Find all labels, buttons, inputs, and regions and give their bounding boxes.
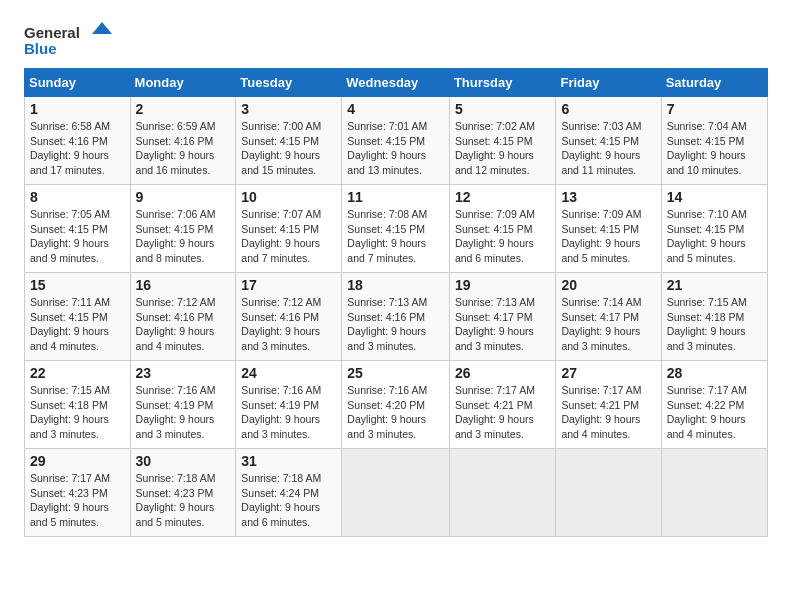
day-number: 5 <box>455 101 551 117</box>
calendar-cell: 20Sunrise: 7:14 AM Sunset: 4:17 PM Dayli… <box>556 273 661 361</box>
calendar-cell: 5Sunrise: 7:02 AM Sunset: 4:15 PM Daylig… <box>449 97 556 185</box>
calendar-cell: 26Sunrise: 7:17 AM Sunset: 4:21 PM Dayli… <box>449 361 556 449</box>
day-number: 19 <box>455 277 551 293</box>
day-number: 22 <box>30 365 125 381</box>
day-number: 13 <box>561 189 655 205</box>
day-number: 7 <box>667 101 762 117</box>
calendar-cell <box>342 449 450 537</box>
calendar-cell: 10Sunrise: 7:07 AM Sunset: 4:15 PM Dayli… <box>236 185 342 273</box>
day-info: Sunrise: 7:09 AM Sunset: 4:15 PM Dayligh… <box>455 207 551 266</box>
day-info: Sunrise: 7:13 AM Sunset: 4:16 PM Dayligh… <box>347 295 444 354</box>
day-info: Sunrise: 7:17 AM Sunset: 4:22 PM Dayligh… <box>667 383 762 442</box>
calendar-cell: 9Sunrise: 7:06 AM Sunset: 4:15 PM Daylig… <box>130 185 236 273</box>
weekday-header-monday: Monday <box>130 69 236 97</box>
day-info: Sunrise: 7:16 AM Sunset: 4:19 PM Dayligh… <box>241 383 336 442</box>
calendar-cell: 22Sunrise: 7:15 AM Sunset: 4:18 PM Dayli… <box>25 361 131 449</box>
day-number: 21 <box>667 277 762 293</box>
day-info: Sunrise: 7:05 AM Sunset: 4:15 PM Dayligh… <box>30 207 125 266</box>
calendar-cell: 6Sunrise: 7:03 AM Sunset: 4:15 PM Daylig… <box>556 97 661 185</box>
calendar-cell: 4Sunrise: 7:01 AM Sunset: 4:15 PM Daylig… <box>342 97 450 185</box>
day-info: Sunrise: 7:13 AM Sunset: 4:17 PM Dayligh… <box>455 295 551 354</box>
day-number: 30 <box>136 453 231 469</box>
day-info: Sunrise: 7:12 AM Sunset: 4:16 PM Dayligh… <box>241 295 336 354</box>
logo: General Blue <box>24 20 114 58</box>
calendar-cell: 29Sunrise: 7:17 AM Sunset: 4:23 PM Dayli… <box>25 449 131 537</box>
calendar-cell: 28Sunrise: 7:17 AM Sunset: 4:22 PM Dayli… <box>661 361 767 449</box>
calendar-cell: 23Sunrise: 7:16 AM Sunset: 4:19 PM Dayli… <box>130 361 236 449</box>
calendar-cell: 21Sunrise: 7:15 AM Sunset: 4:18 PM Dayli… <box>661 273 767 361</box>
day-number: 31 <box>241 453 336 469</box>
day-number: 27 <box>561 365 655 381</box>
day-number: 23 <box>136 365 231 381</box>
day-info: Sunrise: 7:12 AM Sunset: 4:16 PM Dayligh… <box>136 295 231 354</box>
calendar-cell: 7Sunrise: 7:04 AM Sunset: 4:15 PM Daylig… <box>661 97 767 185</box>
day-info: Sunrise: 7:03 AM Sunset: 4:15 PM Dayligh… <box>561 119 655 178</box>
day-number: 3 <box>241 101 336 117</box>
day-number: 18 <box>347 277 444 293</box>
day-number: 24 <box>241 365 336 381</box>
svg-text:General: General <box>24 24 80 41</box>
day-number: 15 <box>30 277 125 293</box>
day-number: 9 <box>136 189 231 205</box>
svg-marker-2 <box>92 22 112 34</box>
day-number: 14 <box>667 189 762 205</box>
weekday-header-saturday: Saturday <box>661 69 767 97</box>
day-info: Sunrise: 7:18 AM Sunset: 4:23 PM Dayligh… <box>136 471 231 530</box>
day-info: Sunrise: 7:15 AM Sunset: 4:18 PM Dayligh… <box>30 383 125 442</box>
day-info: Sunrise: 7:07 AM Sunset: 4:15 PM Dayligh… <box>241 207 336 266</box>
weekday-header-tuesday: Tuesday <box>236 69 342 97</box>
calendar-week-row: 15Sunrise: 7:11 AM Sunset: 4:15 PM Dayli… <box>25 273 768 361</box>
day-info: Sunrise: 7:06 AM Sunset: 4:15 PM Dayligh… <box>136 207 231 266</box>
calendar-cell: 30Sunrise: 7:18 AM Sunset: 4:23 PM Dayli… <box>130 449 236 537</box>
day-info: Sunrise: 7:09 AM Sunset: 4:15 PM Dayligh… <box>561 207 655 266</box>
weekday-header-wednesday: Wednesday <box>342 69 450 97</box>
day-number: 25 <box>347 365 444 381</box>
calendar-week-row: 29Sunrise: 7:17 AM Sunset: 4:23 PM Dayli… <box>25 449 768 537</box>
day-info: Sunrise: 7:11 AM Sunset: 4:15 PM Dayligh… <box>30 295 125 354</box>
day-number: 26 <box>455 365 551 381</box>
calendar-cell: 14Sunrise: 7:10 AM Sunset: 4:15 PM Dayli… <box>661 185 767 273</box>
calendar-cell: 1Sunrise: 6:58 AM Sunset: 4:16 PM Daylig… <box>25 97 131 185</box>
day-info: Sunrise: 7:17 AM Sunset: 4:23 PM Dayligh… <box>30 471 125 530</box>
calendar-cell: 8Sunrise: 7:05 AM Sunset: 4:15 PM Daylig… <box>25 185 131 273</box>
day-info: Sunrise: 7:10 AM Sunset: 4:15 PM Dayligh… <box>667 207 762 266</box>
calendar-cell <box>449 449 556 537</box>
svg-text:Blue: Blue <box>24 40 57 57</box>
day-info: Sunrise: 7:16 AM Sunset: 4:19 PM Dayligh… <box>136 383 231 442</box>
weekday-header-sunday: Sunday <box>25 69 131 97</box>
day-number: 17 <box>241 277 336 293</box>
calendar-table: SundayMondayTuesdayWednesdayThursdayFrid… <box>24 68 768 537</box>
calendar-cell: 12Sunrise: 7:09 AM Sunset: 4:15 PM Dayli… <box>449 185 556 273</box>
day-number: 1 <box>30 101 125 117</box>
weekday-header-friday: Friday <box>556 69 661 97</box>
logo-svg: General Blue <box>24 20 114 58</box>
day-number: 20 <box>561 277 655 293</box>
calendar-cell: 3Sunrise: 7:00 AM Sunset: 4:15 PM Daylig… <box>236 97 342 185</box>
calendar-cell: 27Sunrise: 7:17 AM Sunset: 4:21 PM Dayli… <box>556 361 661 449</box>
calendar-week-row: 8Sunrise: 7:05 AM Sunset: 4:15 PM Daylig… <box>25 185 768 273</box>
calendar-cell: 25Sunrise: 7:16 AM Sunset: 4:20 PM Dayli… <box>342 361 450 449</box>
day-number: 29 <box>30 453 125 469</box>
day-info: Sunrise: 7:08 AM Sunset: 4:15 PM Dayligh… <box>347 207 444 266</box>
day-number: 4 <box>347 101 444 117</box>
calendar-cell: 18Sunrise: 7:13 AM Sunset: 4:16 PM Dayli… <box>342 273 450 361</box>
calendar-cell: 24Sunrise: 7:16 AM Sunset: 4:19 PM Dayli… <box>236 361 342 449</box>
day-info: Sunrise: 7:15 AM Sunset: 4:18 PM Dayligh… <box>667 295 762 354</box>
day-info: Sunrise: 7:16 AM Sunset: 4:20 PM Dayligh… <box>347 383 444 442</box>
day-info: Sunrise: 7:14 AM Sunset: 4:17 PM Dayligh… <box>561 295 655 354</box>
calendar-cell: 13Sunrise: 7:09 AM Sunset: 4:15 PM Dayli… <box>556 185 661 273</box>
calendar-cell: 11Sunrise: 7:08 AM Sunset: 4:15 PM Dayli… <box>342 185 450 273</box>
day-number: 10 <box>241 189 336 205</box>
day-number: 6 <box>561 101 655 117</box>
weekday-header-thursday: Thursday <box>449 69 556 97</box>
calendar-cell: 17Sunrise: 7:12 AM Sunset: 4:16 PM Dayli… <box>236 273 342 361</box>
calendar-cell <box>556 449 661 537</box>
day-number: 16 <box>136 277 231 293</box>
day-number: 11 <box>347 189 444 205</box>
weekday-header-row: SundayMondayTuesdayWednesdayThursdayFrid… <box>25 69 768 97</box>
calendar-cell: 15Sunrise: 7:11 AM Sunset: 4:15 PM Dayli… <box>25 273 131 361</box>
calendar-week-row: 1Sunrise: 6:58 AM Sunset: 4:16 PM Daylig… <box>25 97 768 185</box>
day-info: Sunrise: 7:00 AM Sunset: 4:15 PM Dayligh… <box>241 119 336 178</box>
calendar-week-row: 22Sunrise: 7:15 AM Sunset: 4:18 PM Dayli… <box>25 361 768 449</box>
day-info: Sunrise: 7:17 AM Sunset: 4:21 PM Dayligh… <box>455 383 551 442</box>
